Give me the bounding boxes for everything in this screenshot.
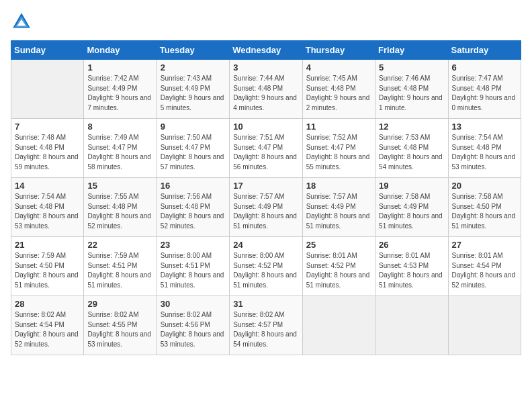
day-number: 1 [87,62,152,73]
day-number: 2 [161,62,226,73]
day-info: Sunrise: 7:47 AMSunset: 4:48 PMDaylight:… [452,74,517,113]
day-cell: 2Sunrise: 7:43 AMSunset: 4:49 PMDaylight… [157,60,229,119]
day-cell: 30Sunrise: 8:02 AMSunset: 4:56 PMDayligh… [157,296,229,355]
calendar-table: SundayMondayTuesdayWednesdayThursdayFrid… [11,40,521,355]
day-info: Sunrise: 7:58 AMSunset: 4:50 PMDaylight:… [452,192,517,231]
day-number: 23 [161,240,226,250]
day-info: Sunrise: 7:53 AMSunset: 4:48 PMDaylight:… [379,133,444,172]
col-header-sunday: Sunday [11,41,84,60]
day-info: Sunrise: 8:02 AMSunset: 4:54 PMDaylight:… [15,310,80,349]
day-info: Sunrise: 7:59 AMSunset: 4:50 PMDaylight:… [15,251,80,290]
day-info: Sunrise: 7:57 AMSunset: 4:49 PMDaylight:… [233,192,298,231]
day-info: Sunrise: 7:42 AMSunset: 4:49 PMDaylight:… [87,74,152,113]
day-cell: 11Sunrise: 7:52 AMSunset: 4:47 PMDayligh… [302,119,375,178]
day-number: 8 [87,122,152,132]
day-cell: 19Sunrise: 7:58 AMSunset: 4:49 PMDayligh… [375,178,448,237]
day-cell [375,296,448,355]
week-row-5: 28Sunrise: 8:02 AMSunset: 4:54 PMDayligh… [11,296,521,355]
day-info: Sunrise: 7:52 AMSunset: 4:47 PMDaylight:… [306,133,371,172]
day-number: 28 [15,299,80,309]
day-cell: 24Sunrise: 8:00 AMSunset: 4:52 PMDayligh… [230,237,302,296]
day-info: Sunrise: 7:54 AMSunset: 4:48 PMDaylight:… [15,192,80,231]
day-number: 11 [306,122,371,132]
week-row-4: 21Sunrise: 7:59 AMSunset: 4:50 PMDayligh… [11,237,521,296]
day-cell: 26Sunrise: 8:01 AMSunset: 4:53 PMDayligh… [375,237,448,296]
day-number: 20 [452,181,517,191]
day-cell: 3Sunrise: 7:44 AMSunset: 4:48 PMDaylight… [230,60,302,119]
day-cell: 14Sunrise: 7:54 AMSunset: 4:48 PMDayligh… [11,178,84,237]
day-info: Sunrise: 7:45 AMSunset: 4:48 PMDaylight:… [306,74,371,113]
day-info: Sunrise: 7:57 AMSunset: 4:49 PMDaylight:… [306,192,371,231]
day-info: Sunrise: 7:50 AMSunset: 4:47 PMDaylight:… [161,133,226,172]
day-number: 18 [306,181,371,191]
day-number: 22 [87,240,152,250]
week-row-3: 14Sunrise: 7:54 AMSunset: 4:48 PMDayligh… [11,178,521,237]
day-number: 4 [306,62,371,73]
logo-icon [11,11,32,32]
day-number: 21 [15,240,80,250]
header-row: SundayMondayTuesdayWednesdayThursdayFrid… [11,41,521,60]
day-cell: 1Sunrise: 7:42 AMSunset: 4:49 PMDaylight… [84,60,157,119]
day-info: Sunrise: 8:01 AMSunset: 4:52 PMDaylight:… [306,251,371,290]
day-number: 31 [233,299,298,309]
day-number: 12 [379,122,444,132]
day-info: Sunrise: 7:54 AMSunset: 4:48 PMDaylight:… [452,133,517,172]
day-cell: 8Sunrise: 7:49 AMSunset: 4:47 PMDaylight… [84,119,157,178]
day-info: Sunrise: 7:59 AMSunset: 4:51 PMDaylight:… [87,251,152,290]
day-number: 16 [161,181,226,191]
day-cell: 15Sunrise: 7:55 AMSunset: 4:48 PMDayligh… [84,178,157,237]
day-info: Sunrise: 8:01 AMSunset: 4:53 PMDaylight:… [379,251,444,290]
day-info: Sunrise: 8:00 AMSunset: 4:52 PMDaylight:… [233,251,298,290]
day-cell: 12Sunrise: 7:53 AMSunset: 4:48 PMDayligh… [375,119,448,178]
day-cell [302,296,375,355]
calendar-body: 1Sunrise: 7:42 AMSunset: 4:49 PMDaylight… [11,60,521,355]
day-number: 7 [15,122,80,132]
day-info: Sunrise: 8:01 AMSunset: 4:54 PMDaylight:… [452,251,517,290]
day-info: Sunrise: 7:56 AMSunset: 4:48 PMDaylight:… [161,192,226,231]
day-number: 9 [161,122,226,132]
day-cell: 23Sunrise: 8:00 AMSunset: 4:51 PMDayligh… [157,237,229,296]
day-cell: 28Sunrise: 8:02 AMSunset: 4:54 PMDayligh… [11,296,84,355]
day-number: 13 [452,122,517,132]
day-info: Sunrise: 7:58 AMSunset: 4:49 PMDaylight:… [379,192,444,231]
day-number: 3 [233,62,298,73]
day-number: 5 [379,62,444,73]
day-number: 19 [379,181,444,191]
day-info: Sunrise: 7:44 AMSunset: 4:48 PMDaylight:… [233,74,298,113]
logo [11,11,35,32]
day-number: 17 [233,181,298,191]
day-cell: 7Sunrise: 7:48 AMSunset: 4:48 PMDaylight… [11,119,84,178]
day-cell: 22Sunrise: 7:59 AMSunset: 4:51 PMDayligh… [84,237,157,296]
day-cell: 31Sunrise: 8:02 AMSunset: 4:57 PMDayligh… [230,296,302,355]
col-header-saturday: Saturday [448,41,521,60]
col-header-monday: Monday [84,41,157,60]
day-info: Sunrise: 7:51 AMSunset: 4:47 PMDaylight:… [233,133,298,172]
day-cell: 6Sunrise: 7:47 AMSunset: 4:48 PMDaylight… [448,60,521,119]
day-number: 27 [452,240,517,250]
day-cell: 4Sunrise: 7:45 AMSunset: 4:48 PMDaylight… [302,60,375,119]
day-cell [448,296,521,355]
day-number: 14 [15,181,80,191]
day-cell: 10Sunrise: 7:51 AMSunset: 4:47 PMDayligh… [230,119,302,178]
day-cell: 13Sunrise: 7:54 AMSunset: 4:48 PMDayligh… [448,119,521,178]
day-cell [11,60,84,119]
day-info: Sunrise: 7:48 AMSunset: 4:48 PMDaylight:… [15,133,80,172]
day-number: 29 [87,299,152,309]
day-info: Sunrise: 7:46 AMSunset: 4:48 PMDaylight:… [379,74,444,113]
day-cell: 18Sunrise: 7:57 AMSunset: 4:49 PMDayligh… [302,178,375,237]
col-header-wednesday: Wednesday [230,41,302,60]
day-info: Sunrise: 7:55 AMSunset: 4:48 PMDaylight:… [87,192,152,231]
day-cell: 16Sunrise: 7:56 AMSunset: 4:48 PMDayligh… [157,178,229,237]
day-cell: 29Sunrise: 8:02 AMSunset: 4:55 PMDayligh… [84,296,157,355]
day-number: 24 [233,240,298,250]
day-info: Sunrise: 8:00 AMSunset: 4:51 PMDaylight:… [161,251,226,290]
day-number: 6 [452,62,517,73]
page-header [11,11,521,32]
day-info: Sunrise: 7:49 AMSunset: 4:47 PMDaylight:… [87,133,152,172]
week-row-1: 1Sunrise: 7:42 AMSunset: 4:49 PMDaylight… [11,60,521,119]
day-cell: 17Sunrise: 7:57 AMSunset: 4:49 PMDayligh… [230,178,302,237]
day-number: 30 [161,299,226,309]
day-number: 10 [233,122,298,132]
day-cell: 25Sunrise: 8:01 AMSunset: 4:52 PMDayligh… [302,237,375,296]
col-header-thursday: Thursday [302,41,375,60]
